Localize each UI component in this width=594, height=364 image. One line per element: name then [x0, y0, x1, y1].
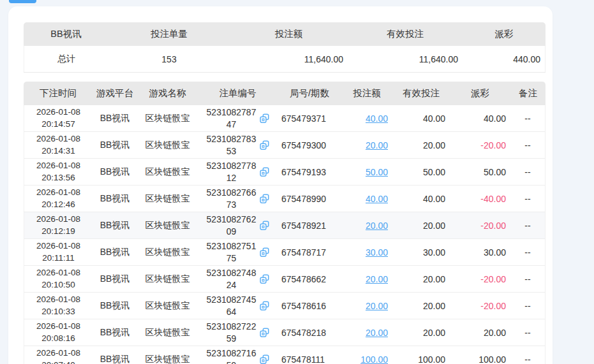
summary-header-platform: BB视讯	[24, 22, 108, 46]
bet-amount-link[interactable]: 50.00	[366, 167, 388, 177]
order-number: 523108274824	[207, 267, 256, 290]
copy-icon[interactable]	[260, 301, 269, 310]
bet-time: 20:14:57	[24, 119, 93, 130]
bet-time: 20:10:50	[24, 279, 93, 291]
remark: --	[510, 132, 546, 159]
bet-time-cell: 2026-01-08 20:14:31	[24, 133, 93, 156]
bet-time-cell: 2026-01-08 20:10:33	[24, 294, 93, 317]
bet-date: 2026-01-08	[24, 160, 93, 171]
bet-date: 2026-01-08	[24, 106, 93, 118]
detail-header-valid-bet: 有效投注	[392, 82, 450, 105]
payout-value: -20.00	[450, 293, 510, 319]
bet-date: 2026-01-08	[24, 347, 93, 359]
game-name: 区块链骰宝	[137, 159, 198, 186]
payout-value: -20.00	[450, 266, 510, 293]
bet-record-row: 2026-01-08 20:10:33 BB视讯 区块链骰宝 523108274…	[24, 293, 546, 319]
summary-total-valid-bet: 11,640.00	[348, 46, 463, 73]
bet-date: 2026-01-08	[24, 214, 93, 225]
bet-date: 2026-01-08	[24, 133, 93, 145]
order-number-cell: 523108278747	[198, 106, 278, 129]
bet-amount-link[interactable]: 20.00	[366, 221, 388, 231]
bet-amount-link[interactable]: 20.00	[366, 274, 388, 284]
active-tab-stub[interactable]	[9, 0, 36, 3]
bet-record-row: 2026-01-08 20:07:40 BB视讯 区块链骰宝 523108271…	[24, 346, 546, 364]
order-number-cell: 523108275175	[198, 240, 278, 263]
copy-icon[interactable]	[260, 167, 269, 177]
bet-record-row: 2026-01-08 20:12:46 BB视讯 区块链骰宝 523108276…	[24, 186, 546, 212]
bet-time-cell: 2026-01-08 20:07:40	[24, 347, 93, 364]
payout-value: 40.00	[450, 105, 510, 132]
remark: --	[510, 266, 546, 293]
bet-time: 20:12:46	[24, 199, 93, 210]
copy-icon[interactable]	[260, 328, 269, 337]
order-number: 523108276673	[207, 187, 256, 210]
bet-amount-link[interactable]: 20.00	[366, 328, 388, 338]
game-platform: BB视讯	[93, 239, 137, 266]
detail-table: 下注时间 游戏平台 游戏名称 注单编号 局号/期数 投注额 有效投注 派彩 备注…	[24, 82, 546, 364]
order-number: 523108275175	[207, 240, 256, 263]
remark: --	[510, 186, 546, 212]
order-number-cell: 523108277812	[198, 160, 278, 183]
bet-amount-link[interactable]: 40.00	[366, 194, 388, 204]
page: { "colors": { "accent_blue": "#49a3f3", …	[0, 0, 594, 364]
bet-amount-link[interactable]: 40.00	[366, 113, 388, 124]
bet-date: 2026-01-08	[24, 321, 93, 332]
game-platform: BB视讯	[93, 212, 137, 239]
bet-record-row: 2026-01-08 20:13:56 BB视讯 区块链骰宝 523108277…	[24, 159, 546, 186]
detail-header-round-number: 局号/期数	[278, 82, 341, 105]
round-number: 675479300	[278, 132, 341, 159]
copy-icon[interactable]	[260, 140, 269, 150]
detail-header-row: 下注时间 游戏平台 游戏名称 注单编号 局号/期数 投注额 有效投注 派彩 备注	[24, 82, 546, 105]
remark: --	[510, 212, 546, 239]
order-number: 523108278353	[207, 133, 256, 156]
bet-record-row: 2026-01-08 20:14:31 BB视讯 区块链骰宝 523108278…	[24, 132, 546, 159]
bet-amount-link[interactable]: 20.00	[366, 301, 388, 311]
bet-amount-link[interactable]: 100.00	[360, 354, 388, 364]
detail-header-platform: 游戏平台	[93, 82, 137, 105]
bet-time: 20:10:33	[24, 306, 93, 317]
copy-icon[interactable]	[260, 221, 269, 230]
copy-icon[interactable]	[260, 113, 269, 123]
payout-value: -20.00	[450, 132, 510, 159]
game-name: 区块链骰宝	[137, 266, 198, 293]
bet-time: 20:08:16	[24, 333, 93, 344]
records-card: BB视讯 投注单量 投注额 有效投注 派彩 总计 153 11,640.00 1…	[8, 6, 553, 364]
order-number-cell: 523108274824	[198, 267, 278, 290]
summary-total-bet-amount: 11,640.00	[230, 46, 348, 73]
copy-icon[interactable]	[260, 194, 269, 203]
payout-value: 30.00	[450, 239, 510, 266]
game-name: 区块链骰宝	[137, 239, 198, 266]
round-number: 675478616	[278, 293, 341, 319]
bet-time: 20:12:19	[24, 226, 93, 237]
summary-header-bet-count: 投注单量	[108, 22, 230, 46]
order-number-cell: 523108271659	[198, 347, 278, 364]
bet-date: 2026-01-08	[24, 240, 93, 252]
remark: --	[510, 105, 546, 132]
payout-value: 100.00	[450, 346, 510, 364]
valid-bet: 40.00	[392, 105, 450, 132]
bet-time: 20:13:56	[24, 172, 93, 184]
game-platform: BB视讯	[93, 319, 137, 346]
game-name: 区块链骰宝	[137, 212, 198, 239]
summary-table: BB视讯 投注单量 投注额 有效投注 派彩 总计 153 11,640.00 1…	[24, 22, 546, 73]
game-platform: BB视讯	[93, 266, 137, 293]
valid-bet: 20.00	[392, 132, 450, 159]
bet-time-cell: 2026-01-08 20:10:50	[24, 267, 93, 290]
bet-amount-link[interactable]: 30.00	[366, 247, 388, 258]
copy-icon[interactable]	[260, 274, 269, 284]
summary-total-label: 总计	[24, 46, 108, 73]
copy-icon[interactable]	[260, 247, 269, 257]
card-inner: BB视讯 投注单量 投注额 有效投注 派彩 总计 153 11,640.00 1…	[8, 6, 553, 364]
game-platform: BB视讯	[93, 346, 137, 364]
bet-amount-link[interactable]: 20.00	[366, 140, 388, 150]
game-name: 区块链骰宝	[137, 105, 198, 132]
round-number: 675478717	[278, 239, 341, 266]
round-number: 675478111	[278, 346, 341, 364]
valid-bet: 20.00	[392, 212, 450, 239]
valid-bet: 40.00	[392, 186, 450, 212]
copy-icon[interactable]	[260, 354, 269, 364]
game-platform: BB视讯	[93, 293, 137, 319]
bet-date: 2026-01-08	[24, 187, 93, 198]
detail-header-order-number: 注单编号	[198, 82, 278, 105]
order-number-cell: 523108276673	[198, 187, 278, 210]
